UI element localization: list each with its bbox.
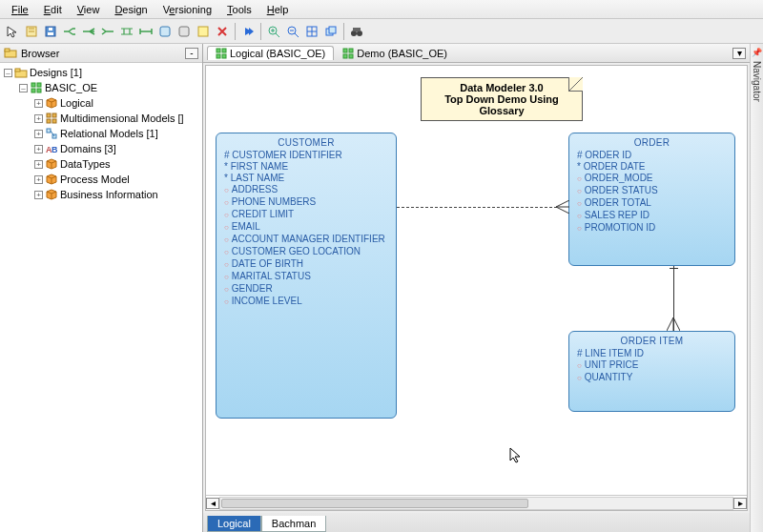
tree-item[interactable]: +Logical (0, 95, 202, 111)
entity-attribute: QUANTITY (577, 372, 727, 384)
fit-window-icon[interactable] (303, 23, 320, 40)
browser-title: Browser (21, 48, 59, 59)
layout2-icon[interactable] (80, 23, 97, 40)
tab-label: Demo (BASIC_OE) (357, 48, 447, 59)
entity-attribute: PHONE NUMBERS (224, 196, 388, 209)
menu-versioning[interactable]: Versioning (155, 2, 219, 17)
entity-order[interactable]: ORDER ORDER IDORDER DATEORDER_MODEORDER … (568, 133, 735, 266)
svg-rect-3 (49, 28, 52, 31)
windows-icon[interactable] (322, 23, 340, 40)
tree-item-label: Relational Models [1] (60, 128, 158, 139)
svg-rect-21 (31, 89, 35, 92)
entity-icon[interactable] (156, 23, 174, 40)
layout3-icon[interactable] (99, 23, 116, 40)
svg-rect-34 (222, 54, 226, 58)
svg-text:B: B (52, 145, 57, 154)
entity-attribute: CREDIT LIMIT (224, 209, 388, 221)
svg-rect-6 (198, 27, 208, 36)
menu-tools[interactable]: Tools (219, 2, 259, 17)
view-icon[interactable] (175, 23, 193, 40)
note-icon[interactable] (195, 23, 212, 40)
svg-rect-37 (343, 54, 347, 58)
entity-attribute: EMAIL (224, 221, 388, 234)
tree-item[interactable]: +DataTypes (0, 156, 202, 172)
entity-order-item[interactable]: ORDER ITEM LINE ITEM IDUNIT PRICEQUANTIT… (568, 331, 735, 412)
subview-tab[interactable]: Logical (207, 516, 261, 532)
entity-attribute: ACCOUNT MANAGER IDENTIFIER (224, 234, 388, 246)
menu-file[interactable]: File (4, 2, 36, 17)
scroll-left-icon[interactable]: ◂ (206, 498, 219, 509)
crowfoot-icon-2 (667, 317, 680, 331)
delete-icon[interactable] (214, 23, 231, 40)
tree[interactable]: –Designs [1] –BASIC_OE +Logical+Multidim… (0, 63, 202, 532)
note-line2: Top Down Demo Using Glossary (429, 93, 574, 116)
navigator-pin-icon[interactable]: 📌 (752, 48, 762, 57)
play-icon[interactable] (239, 23, 257, 40)
pointer-icon[interactable] (4, 23, 21, 40)
editor-tab[interactable]: Logical (BASIC_OE) (207, 46, 334, 60)
layout5-icon[interactable] (137, 23, 155, 40)
menu-view[interactable]: View (70, 2, 108, 17)
zoom-out-icon[interactable] (284, 23, 301, 40)
tree-item[interactable]: +Process Model (0, 172, 202, 187)
menu-edit[interactable]: Edit (36, 2, 70, 17)
svg-rect-11 (329, 27, 336, 33)
entity-attribute: LAST NAME (224, 173, 388, 184)
tree-design[interactable]: –BASIC_OE (0, 80, 202, 95)
new-model-icon[interactable] (23, 23, 40, 40)
entity-attribute: LINE ITEM ID (577, 348, 727, 359)
svg-rect-32 (222, 49, 226, 52)
close-tabs-icon[interactable]: ▾ (732, 48, 746, 59)
layout1-icon[interactable] (61, 23, 78, 40)
rel-customer-order[interactable] (397, 207, 557, 208)
entity-customer-title: CUSTOMER (224, 137, 388, 148)
entity-attribute: ORDER STATUS (577, 185, 727, 197)
minimize-icon[interactable]: - (185, 48, 198, 59)
svg-rect-23 (47, 113, 51, 117)
tree-design-label: BASIC_OE (45, 82, 97, 93)
tree-item-label: Business Information (60, 189, 158, 200)
tree-root[interactable]: –Designs [1] (0, 65, 202, 80)
svg-rect-2 (48, 32, 53, 35)
diagram-canvas[interactable]: Data Modeler 3.0 Top Down Demo Using Glo… (205, 65, 748, 511)
note-line1: Data Modeler 3.0 (429, 82, 574, 93)
save-icon[interactable] (42, 23, 59, 40)
toolbar (0, 19, 763, 44)
tree-item-label: Domains [3] (60, 143, 116, 154)
editor-tab[interactable]: Demo (BASIC_OE) (334, 46, 456, 60)
subview-tabs: LogicalBachman (203, 513, 750, 532)
svg-rect-25 (47, 119, 51, 123)
tree-item[interactable]: +Multidimensional Models [] (0, 111, 202, 126)
svg-rect-19 (31, 83, 35, 87)
editor-tabs: Logical (BASIC_OE)Demo (BASIC_OE) ▾ (203, 44, 750, 63)
binoculars-icon[interactable] (348, 23, 365, 40)
diagram-note[interactable]: Data Modeler 3.0 Top Down Demo Using Glo… (421, 77, 583, 121)
scroll-right-icon[interactable]: ▸ (733, 498, 747, 509)
entity-customer[interactable]: CUSTOMER CUSTOMER IDENTIFIERFIRST NAMELA… (216, 133, 397, 419)
entity-attribute: DATE OF BIRTH (224, 258, 388, 271)
menu-help[interactable]: Help (259, 2, 297, 17)
svg-rect-26 (52, 119, 56, 123)
zoom-in-icon[interactable] (265, 23, 282, 40)
entity-attribute: ORDER TOTAL (577, 197, 727, 210)
tree-item[interactable]: +Business Information (0, 187, 202, 202)
menu-design[interactable]: Design (107, 2, 155, 17)
tab-label: Logical (BASIC_OE) (230, 48, 325, 59)
tree-item-label: DataTypes (60, 158, 111, 170)
browser-title-bar: Browser - (0, 44, 202, 63)
tree-item-label: Logical (60, 97, 93, 109)
svg-rect-14 (353, 28, 361, 31)
svg-rect-36 (349, 49, 353, 52)
layout4-icon[interactable] (118, 23, 135, 40)
entity-attribute: ORDER_MODE (577, 173, 727, 185)
horizontal-scrollbar[interactable]: ◂ ▸ (206, 495, 747, 510)
svg-rect-16 (5, 49, 10, 51)
tree-item[interactable]: +Relational Models [1] (0, 126, 202, 141)
browser-panel: Browser - –Designs [1] –BASIC_OE +Logica… (0, 44, 203, 532)
entity-attribute: CUSTOMER GEO LOCATION (224, 246, 388, 258)
entity-attribute: MARITAL STATUS (224, 271, 388, 283)
entity-attribute: UNIT PRICE (577, 359, 727, 372)
subview-tab[interactable]: Bachman (261, 516, 326, 532)
navigator-panel-collapsed[interactable]: 📌 Navigator (750, 44, 763, 532)
tree-item[interactable]: +ABDomains [3] (0, 141, 202, 156)
